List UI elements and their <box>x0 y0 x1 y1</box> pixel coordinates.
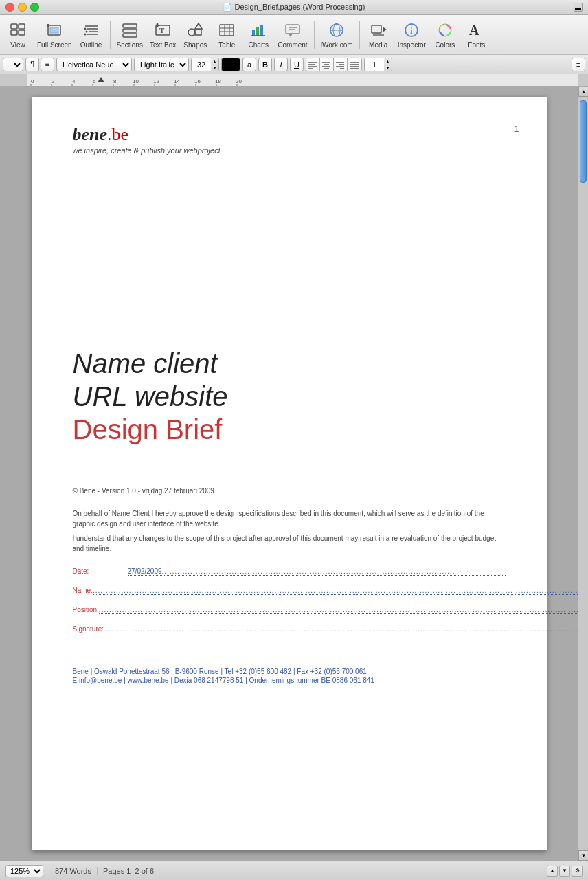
view-label: View <box>10 41 25 49</box>
comment-label: Comment <box>278 41 307 49</box>
status-bar: 125% 100% 75% 150% 874 Words Pages 1–2 o… <box>0 861 588 880</box>
outline-label: Outline <box>80 41 102 49</box>
svg-point-14 <box>84 34 86 36</box>
italic-btn[interactable]: I <box>274 58 288 71</box>
toolbar-iwork[interactable]: iWork.com <box>318 18 356 52</box>
footer-website-link[interactable]: www.bene.be <box>128 677 169 684</box>
line-spacing-input[interactable] <box>365 58 384 71</box>
toolbar-table[interactable]: Table <box>212 18 242 52</box>
svg-marker-35 <box>289 34 293 37</box>
paragraph-style-select[interactable]: a <box>3 58 23 71</box>
toolbar-sep-1 <box>110 21 111 49</box>
font-size-input[interactable] <box>192 58 211 71</box>
approval-text: On behalf of Name Client I hereby approv… <box>73 508 506 554</box>
toolbar-textbox[interactable]: T Text Box <box>147 18 179 52</box>
document-page[interactable]: 1 bene.be we inspire, create & publish y… <box>32 97 547 850</box>
page-nav-settings[interactable]: ⚙ <box>572 866 583 877</box>
align-center-btn[interactable] <box>320 58 334 71</box>
zoom-select[interactable]: 125% 100% 75% 150% <box>5 865 43 877</box>
toolbar-shapes[interactable]: Shapes <box>180 18 210 52</box>
footer-city-link[interactable]: Ronse <box>199 668 219 675</box>
font-weight-select[interactable]: Light ItalicLight Italic <box>134 58 189 71</box>
svg-text:18: 18 <box>215 78 221 84</box>
underline-btn[interactable]: U <box>290 58 304 71</box>
svg-text:T: T <box>159 26 165 34</box>
svg-marker-88 <box>98 77 104 82</box>
minimize-button[interactable] <box>18 3 27 12</box>
footer-ondernummer-link[interactable]: Ondernemingsnummer <box>249 677 319 684</box>
footer-company-link[interactable]: Bene <box>73 668 89 675</box>
toolbar-outline[interactable]: Outline <box>76 18 106 52</box>
list-btn-2[interactable]: ≡ <box>41 58 54 71</box>
footer-email-link[interactable]: info@bene.be <box>79 677 122 684</box>
align-right-btn[interactable] <box>334 58 348 71</box>
line-spacing-down[interactable]: ▼ <box>384 65 392 71</box>
line-spacing-up[interactable]: ▲ <box>384 58 392 65</box>
document-footer: Bene | Oswald Ponettestraat 56 | B-9600 … <box>73 668 506 684</box>
traffic-lights[interactable] <box>5 3 39 12</box>
list-btn-1[interactable]: ¶ <box>25 58 39 71</box>
svg-point-22 <box>188 29 195 36</box>
svg-text:0: 0 <box>31 78 34 84</box>
page-nav-down[interactable]: ▼ <box>559 866 570 877</box>
toolbar-inspector[interactable]: i Inspector <box>395 18 429 52</box>
font-family-select[interactable]: Helvetica NeueHelvetica Neue <box>56 58 132 71</box>
line-spacing-field: ▲ ▼ <box>364 58 392 71</box>
bold-btn[interactable]: B <box>258 58 272 71</box>
colors-icon <box>436 21 455 40</box>
svg-rect-23 <box>195 30 201 35</box>
toolbar-view[interactable]: View <box>3 18 33 52</box>
align-justify-btn[interactable] <box>348 58 361 71</box>
page-count: Pages 1–2 of 6 <box>97 867 154 875</box>
font-color-swatch[interactable] <box>221 58 240 71</box>
close-button[interactable] <box>5 3 14 12</box>
toolbar-fullscreen[interactable]: Full Screen <box>34 18 75 52</box>
svg-text:10: 10 <box>133 78 139 84</box>
inspector-icon: i <box>402 21 421 40</box>
fonts-label: Fonts <box>468 41 485 49</box>
toolbar-colors[interactable]: Colors <box>430 18 460 52</box>
toolbar-sections[interactable]: Sections <box>114 18 146 52</box>
maximize-button[interactable] <box>30 3 39 12</box>
textbox-icon: T <box>153 21 172 40</box>
svg-point-12 <box>84 28 86 30</box>
scroll-up-btn[interactable]: ▲ <box>578 87 588 97</box>
char-a-btn[interactable]: a <box>242 58 256 71</box>
svg-point-48 <box>439 24 451 36</box>
title-bar: 📄 Design_Brief.pages (Word Processing) ▬ <box>0 0 588 15</box>
page-number: 1 <box>514 124 519 134</box>
scrollbar-track[interactable] <box>578 97 588 850</box>
page-nav-up[interactable]: ▲ <box>547 866 558 877</box>
toolbar-media[interactable]: Media <box>363 18 394 52</box>
font-size-down[interactable]: ▼ <box>211 65 218 71</box>
scroll-down-btn[interactable]: ▼ <box>578 850 588 861</box>
logo: bene.be we inspire, create & publish you… <box>73 124 506 155</box>
toolbar-charts[interactable]: Charts <box>243 18 273 52</box>
footer-line-2: E info@bene.be | www.bene.be | Dexia 068… <box>73 677 506 684</box>
svg-rect-32 <box>260 25 263 36</box>
outline-icon <box>82 21 101 40</box>
svg-marker-24 <box>195 23 202 29</box>
window-resize-button[interactable]: ▬ <box>574 3 583 12</box>
toolbar-fonts[interactable]: A Fonts <box>462 18 492 52</box>
scrollbar-thumb[interactable] <box>580 100 587 183</box>
font-size-arrows: ▲ ▼ <box>211 58 218 71</box>
font-size-up[interactable]: ▲ <box>211 58 218 65</box>
date-label: Date: <box>73 567 128 575</box>
list-format-btn[interactable]: ≡ <box>572 58 585 71</box>
page-navigation: ▲ ▼ ⚙ <box>547 866 583 877</box>
svg-rect-16 <box>123 29 137 32</box>
align-left-btn[interactable] <box>306 58 320 71</box>
charts-label: Charts <box>249 41 269 49</box>
svg-marker-43 <box>383 27 387 32</box>
footer-line-1: Bene | Oswald Ponettestraat 56 | B-9600 … <box>73 668 506 675</box>
toolbar-comment[interactable]: Comment <box>275 18 310 52</box>
svg-text:2: 2 <box>52 78 55 84</box>
charts-icon <box>249 21 268 40</box>
logo-dot-be-text: .be <box>107 124 128 144</box>
fullscreen-icon <box>45 21 64 40</box>
fonts-icon: A <box>467 21 486 40</box>
svg-text:8: 8 <box>113 78 117 84</box>
svg-text:A: A <box>469 23 479 38</box>
position-label: Position: <box>73 606 99 613</box>
